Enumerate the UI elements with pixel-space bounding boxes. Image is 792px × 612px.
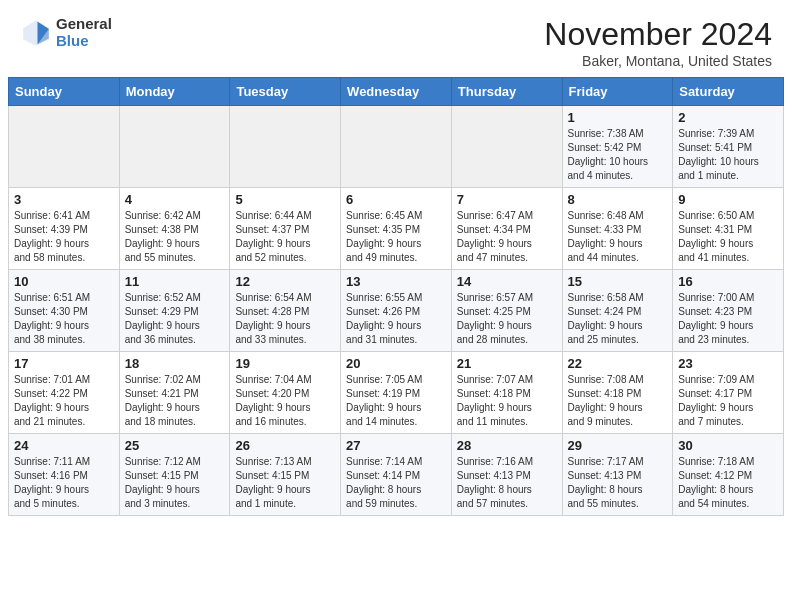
- day-number: 11: [125, 274, 225, 289]
- day-info: Sunrise: 6:50 AMSunset: 4:31 PMDaylight:…: [678, 209, 778, 265]
- day-number: 16: [678, 274, 778, 289]
- day-info: Sunrise: 6:41 AMSunset: 4:39 PMDaylight:…: [14, 209, 114, 265]
- day-info: Sunrise: 7:39 AMSunset: 5:41 PMDaylight:…: [678, 127, 778, 183]
- week-row-4: 17Sunrise: 7:01 AMSunset: 4:22 PMDayligh…: [9, 352, 784, 434]
- calendar-cell: [341, 106, 452, 188]
- day-info: Sunrise: 7:18 AMSunset: 4:12 PMDaylight:…: [678, 455, 778, 511]
- weekday-header-thursday: Thursday: [451, 78, 562, 106]
- weekday-header-wednesday: Wednesday: [341, 78, 452, 106]
- day-info: Sunrise: 6:48 AMSunset: 4:33 PMDaylight:…: [568, 209, 668, 265]
- weekday-header-tuesday: Tuesday: [230, 78, 341, 106]
- calendar-cell: 21Sunrise: 7:07 AMSunset: 4:18 PMDayligh…: [451, 352, 562, 434]
- day-number: 4: [125, 192, 225, 207]
- calendar-cell: 4Sunrise: 6:42 AMSunset: 4:38 PMDaylight…: [119, 188, 230, 270]
- day-info: Sunrise: 7:08 AMSunset: 4:18 PMDaylight:…: [568, 373, 668, 429]
- day-number: 24: [14, 438, 114, 453]
- day-number: 10: [14, 274, 114, 289]
- month-title: November 2024: [544, 16, 772, 53]
- day-info: Sunrise: 7:07 AMSunset: 4:18 PMDaylight:…: [457, 373, 557, 429]
- location: Baker, Montana, United States: [544, 53, 772, 69]
- calendar-cell: 16Sunrise: 7:00 AMSunset: 4:23 PMDayligh…: [673, 270, 784, 352]
- logo-general: General: [56, 16, 112, 33]
- calendar-cell: 8Sunrise: 6:48 AMSunset: 4:33 PMDaylight…: [562, 188, 673, 270]
- calendar-cell: 18Sunrise: 7:02 AMSunset: 4:21 PMDayligh…: [119, 352, 230, 434]
- calendar-cell: 13Sunrise: 6:55 AMSunset: 4:26 PMDayligh…: [341, 270, 452, 352]
- day-number: 22: [568, 356, 668, 371]
- title-block: November 2024 Baker, Montana, United Sta…: [544, 16, 772, 69]
- calendar-cell: 1Sunrise: 7:38 AMSunset: 5:42 PMDaylight…: [562, 106, 673, 188]
- week-row-1: 1Sunrise: 7:38 AMSunset: 5:42 PMDaylight…: [9, 106, 784, 188]
- day-info: Sunrise: 7:00 AMSunset: 4:23 PMDaylight:…: [678, 291, 778, 347]
- calendar-cell: [119, 106, 230, 188]
- week-row-3: 10Sunrise: 6:51 AMSunset: 4:30 PMDayligh…: [9, 270, 784, 352]
- day-info: Sunrise: 7:38 AMSunset: 5:42 PMDaylight:…: [568, 127, 668, 183]
- day-number: 18: [125, 356, 225, 371]
- logo-blue: Blue: [56, 33, 112, 50]
- day-number: 14: [457, 274, 557, 289]
- calendar-cell: 12Sunrise: 6:54 AMSunset: 4:28 PMDayligh…: [230, 270, 341, 352]
- calendar-cell: 27Sunrise: 7:14 AMSunset: 4:14 PMDayligh…: [341, 434, 452, 516]
- day-info: Sunrise: 7:17 AMSunset: 4:13 PMDaylight:…: [568, 455, 668, 511]
- calendar-cell: 24Sunrise: 7:11 AMSunset: 4:16 PMDayligh…: [9, 434, 120, 516]
- calendar-cell: 26Sunrise: 7:13 AMSunset: 4:15 PMDayligh…: [230, 434, 341, 516]
- calendar-cell: 17Sunrise: 7:01 AMSunset: 4:22 PMDayligh…: [9, 352, 120, 434]
- day-number: 13: [346, 274, 446, 289]
- day-number: 8: [568, 192, 668, 207]
- day-number: 23: [678, 356, 778, 371]
- calendar-cell: 5Sunrise: 6:44 AMSunset: 4:37 PMDaylight…: [230, 188, 341, 270]
- calendar-cell: 20Sunrise: 7:05 AMSunset: 4:19 PMDayligh…: [341, 352, 452, 434]
- week-row-5: 24Sunrise: 7:11 AMSunset: 4:16 PMDayligh…: [9, 434, 784, 516]
- day-number: 20: [346, 356, 446, 371]
- day-info: Sunrise: 7:13 AMSunset: 4:15 PMDaylight:…: [235, 455, 335, 511]
- logo: General Blue: [20, 16, 112, 49]
- calendar-cell: 29Sunrise: 7:17 AMSunset: 4:13 PMDayligh…: [562, 434, 673, 516]
- calendar-cell: 2Sunrise: 7:39 AMSunset: 5:41 PMDaylight…: [673, 106, 784, 188]
- calendar-cell: 11Sunrise: 6:52 AMSunset: 4:29 PMDayligh…: [119, 270, 230, 352]
- day-number: 17: [14, 356, 114, 371]
- day-number: 9: [678, 192, 778, 207]
- calendar-cell: [9, 106, 120, 188]
- calendar-cell: 14Sunrise: 6:57 AMSunset: 4:25 PMDayligh…: [451, 270, 562, 352]
- day-info: Sunrise: 6:57 AMSunset: 4:25 PMDaylight:…: [457, 291, 557, 347]
- day-number: 12: [235, 274, 335, 289]
- week-row-2: 3Sunrise: 6:41 AMSunset: 4:39 PMDaylight…: [9, 188, 784, 270]
- day-info: Sunrise: 7:02 AMSunset: 4:21 PMDaylight:…: [125, 373, 225, 429]
- day-info: Sunrise: 6:55 AMSunset: 4:26 PMDaylight:…: [346, 291, 446, 347]
- calendar-cell: 19Sunrise: 7:04 AMSunset: 4:20 PMDayligh…: [230, 352, 341, 434]
- calendar-cell: 15Sunrise: 6:58 AMSunset: 4:24 PMDayligh…: [562, 270, 673, 352]
- day-number: 6: [346, 192, 446, 207]
- day-info: Sunrise: 7:04 AMSunset: 4:20 PMDaylight:…: [235, 373, 335, 429]
- logo-icon: [20, 17, 52, 49]
- day-number: 25: [125, 438, 225, 453]
- day-number: 2: [678, 110, 778, 125]
- calendar-cell: [451, 106, 562, 188]
- day-info: Sunrise: 6:47 AMSunset: 4:34 PMDaylight:…: [457, 209, 557, 265]
- day-number: 3: [14, 192, 114, 207]
- day-info: Sunrise: 7:16 AMSunset: 4:13 PMDaylight:…: [457, 455, 557, 511]
- day-info: Sunrise: 7:12 AMSunset: 4:15 PMDaylight:…: [125, 455, 225, 511]
- day-info: Sunrise: 6:54 AMSunset: 4:28 PMDaylight:…: [235, 291, 335, 347]
- day-info: Sunrise: 6:52 AMSunset: 4:29 PMDaylight:…: [125, 291, 225, 347]
- weekday-header-friday: Friday: [562, 78, 673, 106]
- calendar-cell: 7Sunrise: 6:47 AMSunset: 4:34 PMDaylight…: [451, 188, 562, 270]
- calendar-cell: 23Sunrise: 7:09 AMSunset: 4:17 PMDayligh…: [673, 352, 784, 434]
- day-info: Sunrise: 6:51 AMSunset: 4:30 PMDaylight:…: [14, 291, 114, 347]
- day-number: 15: [568, 274, 668, 289]
- calendar-cell: [230, 106, 341, 188]
- calendar-cell: 6Sunrise: 6:45 AMSunset: 4:35 PMDaylight…: [341, 188, 452, 270]
- weekday-header-monday: Monday: [119, 78, 230, 106]
- weekday-header-sunday: Sunday: [9, 78, 120, 106]
- day-number: 7: [457, 192, 557, 207]
- day-number: 28: [457, 438, 557, 453]
- calendar-cell: 25Sunrise: 7:12 AMSunset: 4:15 PMDayligh…: [119, 434, 230, 516]
- day-number: 29: [568, 438, 668, 453]
- day-number: 21: [457, 356, 557, 371]
- day-number: 30: [678, 438, 778, 453]
- day-number: 1: [568, 110, 668, 125]
- day-number: 27: [346, 438, 446, 453]
- calendar-cell: 30Sunrise: 7:18 AMSunset: 4:12 PMDayligh…: [673, 434, 784, 516]
- weekday-header-row: SundayMondayTuesdayWednesdayThursdayFrid…: [9, 78, 784, 106]
- header: General Blue November 2024 Baker, Montan…: [0, 0, 792, 77]
- day-info: Sunrise: 7:14 AMSunset: 4:14 PMDaylight:…: [346, 455, 446, 511]
- calendar-cell: 22Sunrise: 7:08 AMSunset: 4:18 PMDayligh…: [562, 352, 673, 434]
